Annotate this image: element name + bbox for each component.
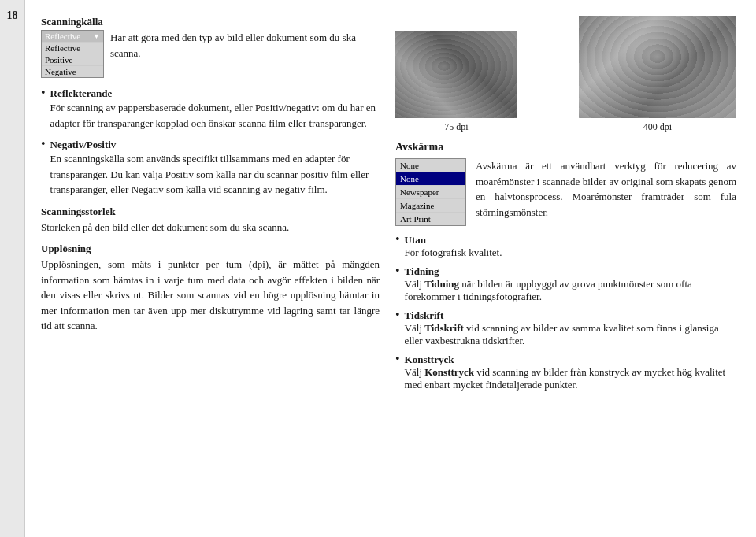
- dpi-label-400: 400 dpi: [643, 121, 672, 133]
- avskärma-content: None None Newspaper Magazine Art Print A…: [395, 158, 736, 226]
- tidning-title: Tidning: [405, 265, 439, 277]
- utan-text: För fotografisk kvalitet.: [405, 246, 502, 258]
- scanningkalla-desc-text: Har att göra med den typ av bild eller d…: [110, 30, 380, 61]
- negativ-positiv-bullet: •: [41, 137, 46, 151]
- reflekterande-bullet: •: [41, 86, 46, 100]
- tidskrift-bold: Tidskrift: [424, 322, 464, 334]
- avskärma-item-magazine[interactable]: Magazine: [396, 199, 465, 213]
- tidning-bold: Tidning: [424, 278, 459, 290]
- negativ-positiv-text: En scanningskälla som används specifikt …: [50, 153, 369, 195]
- tidskrift-prefix: Välj: [405, 322, 425, 334]
- dropdown-header-label: Reflective: [45, 31, 80, 41]
- tidning-section: • Tidning Välj Tidning när bilden är upp…: [395, 265, 736, 303]
- scanningkalla-title: Scanningkälla: [41, 16, 380, 28]
- konsttryck-prefix: Välj: [405, 366, 425, 378]
- image-400dpi-container: 400 dpi: [579, 16, 736, 133]
- page-number-strip: 18: [0, 0, 25, 537]
- utan-content: Utan För fotografisk kvalitet.: [405, 234, 502, 259]
- upplösning-text: Upplösningen, som mäts i punkter per tum…: [41, 257, 380, 334]
- scanningkalla-dropdown[interactable]: Reflective ▼ Reflective Positive Negativ…: [41, 30, 104, 78]
- konsttryck-content: Konsttryck Välj Konsttryck vid scanning …: [405, 354, 736, 391]
- tidskrift-content: Tidskrift Välj Tidskrift vid scanning av…: [405, 309, 736, 347]
- dropdown-item-positive[interactable]: Positive: [42, 54, 103, 66]
- utan-bullet: •: [395, 232, 400, 246]
- tidning-bullet: •: [395, 264, 400, 278]
- main-content: Scanningkälla Reflective ▼ Reflective Po…: [25, 0, 756, 537]
- right-column: 75 dpi 400 dpi Avskärma None None Newspa…: [395, 16, 736, 521]
- tidskrift-bullet: •: [395, 308, 400, 322]
- upplösning-title: Upplösning: [41, 243, 380, 255]
- avskärma-title: Avskärma: [395, 141, 736, 154]
- dpi-label-75: 75 dpi: [444, 121, 468, 133]
- tidning-prefix: Välj: [405, 278, 425, 290]
- tidskrift-title: Tidskrift: [405, 309, 444, 321]
- left-column: Scanningkälla Reflective ▼ Reflective Po…: [41, 16, 380, 521]
- negativ-positiv-section: • Negativ/Positiv En scanningskälla som …: [41, 139, 380, 198]
- konsttryck-title: Konsttryck: [405, 354, 454, 365]
- scanningkalla-description: Har att göra med den typ av bild eller d…: [110, 30, 380, 61]
- dropdown-item-reflective-header[interactable]: Reflective ▼: [42, 31, 103, 43]
- reflekterande-title: Reflekterande: [50, 87, 113, 99]
- image-400dpi: [579, 16, 736, 118]
- scanningsstorlek-section: Scanningsstorlek Storleken på den bild e…: [41, 206, 380, 235]
- upplösning-section: Upplösning Upplösningen, som mäts i punk…: [41, 243, 380, 334]
- konsttryck-section: • Konsttryck Välj Konsttryck vid scannin…: [395, 354, 736, 391]
- avskärma-item-artprint[interactable]: Art Print: [396, 213, 465, 225]
- dropdown-item-negative[interactable]: Negative: [42, 66, 103, 77]
- avskärma-item-none2[interactable]: None: [396, 172, 465, 186]
- page-number: 18: [7, 9, 18, 22]
- negativ-positiv-title: Negativ/Positiv: [50, 139, 117, 150]
- image-75dpi-container: 75 dpi: [395, 31, 517, 133]
- utan-section: • Utan För fotografisk kvalitet.: [395, 234, 736, 259]
- konsttryck-bold: Konsttryck: [424, 366, 474, 378]
- image-75dpi: [395, 31, 517, 118]
- avskärma-description: Avskärma är ett användbart verktyg för r…: [476, 158, 736, 220]
- avskärma-section: Avskärma None None Newspaper Magazine Ar…: [395, 141, 736, 226]
- images-row: 75 dpi 400 dpi: [395, 16, 736, 133]
- konsttryck-bullet: •: [395, 352, 400, 366]
- reflekterande-text: För scanning av pappersbaserade dokument…: [50, 102, 376, 129]
- reflekterande-content: Reflekterande För scanning av pappersbas…: [50, 87, 380, 131]
- scanningsstorlek-title: Scanningsstorlek: [41, 206, 380, 218]
- avskärma-item-newspaper[interactable]: Newspaper: [396, 186, 465, 199]
- utan-title: Utan: [405, 234, 426, 246]
- scanningkalla-body: Reflective ▼ Reflective Positive Negativ…: [41, 30, 380, 78]
- dropdown-arrow-icon: ▼: [93, 32, 100, 40]
- right-bullets: • Utan För fotografisk kvalitet. • Tidni…: [395, 234, 736, 391]
- scanningsstorlek-text: Storleken på den bild eller det dokument…: [41, 220, 380, 235]
- reflekterande-section: • Reflekterande För scanning av pappersb…: [41, 87, 380, 131]
- avskärma-item-none1[interactable]: None: [396, 159, 465, 172]
- scanningkalla-section: Scanningkälla Reflective ▼ Reflective Po…: [41, 16, 380, 78]
- avskärma-dropdown[interactable]: None None Newspaper Magazine Art Print: [395, 158, 466, 226]
- negativ-positiv-content: Negativ/Positiv En scanningskälla som an…: [50, 139, 380, 198]
- dropdown-item-reflective[interactable]: Reflective: [42, 43, 103, 54]
- tidning-content: Tidning Välj Tidning när bilden är uppby…: [405, 265, 736, 303]
- page-container: 18 Scanningkälla Reflective ▼ Reflective…: [0, 0, 756, 537]
- tidskrift-section: • Tidskrift Välj Tidskrift vid scanning …: [395, 309, 736, 347]
